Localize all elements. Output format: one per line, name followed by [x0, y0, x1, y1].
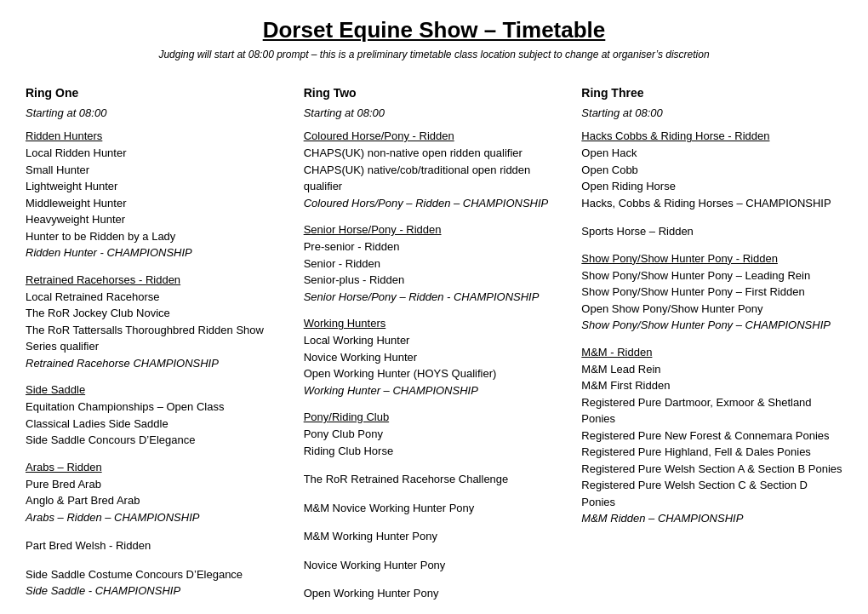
section-3-1: Hacks Cobbs & Riding Horse - RiddenOpen …: [581, 129, 842, 211]
section-1-1: Ridden HuntersLocal Ridden HunterSmall H…: [26, 129, 287, 261]
section-item-2-2-2: Senior - Ridden: [304, 255, 565, 273]
section-1-4: Arabs – RiddenPure Bred ArabAnglo & Part…: [26, 461, 287, 526]
section-item-3-3-3: Open Show Pony/Show Hunter Pony: [581, 301, 842, 318]
section-item-1-2-3: The RoR Tattersalls Thoroughbred Ridden …: [26, 322, 287, 339]
section-2-1: Coloured Horse/Pony - RiddenCHAPS(UK) no…: [304, 129, 565, 211]
section-2-2: Senior Horse/Pony - RiddenPre-senior - R…: [304, 223, 565, 305]
section-item-3-1-4: Hacks, Cobbs & Riding Horses – CHAMPIONS…: [581, 195, 842, 212]
section-2-5: The RoR Retrained Racehorse Challenge: [304, 471, 565, 488]
section-item-2-3-4: Working Hunter – CHAMPIONSHIP: [304, 382, 565, 399]
section-1-3: Side SaddleEquitation Championships – Op…: [26, 383, 287, 449]
section-item-1-6-2: Side Saddle - CHAMPIONSHIP: [26, 582, 287, 600]
section-1-6: Side Saddle Costume Concours D’EleganceS…: [26, 566, 287, 600]
section-2-7: M&M Working Hunter Pony: [304, 528, 565, 545]
section-2-3: Working HuntersLocal Working HunterNovic…: [304, 317, 565, 399]
section-header-2-1: Coloured Horse/Pony - Ridden: [304, 129, 565, 142]
section-item-1-6-1: Side Saddle Costume Concours D’Elegance: [26, 566, 287, 583]
section-header-1-1: Ridden Hunters: [26, 129, 287, 142]
section-item-3-4-1: M&M Lead Rein: [581, 361, 842, 378]
section-item-2-2-1: Pre-senior - Ridden: [304, 238, 565, 255]
page-title: Dorset Equine Show – Timetable: [26, 17, 842, 43]
section-item-1-1-1: Local Ridden Hunter: [26, 145, 287, 162]
section-3-3: Show Pony/Show Hunter Pony - RiddenShow …: [581, 252, 842, 334]
section-item-3-4-2: M&M First Ridden: [581, 377, 842, 394]
section-header-2-2: Senior Horse/Pony - Ridden: [304, 223, 565, 236]
section-item-2-3-3: Open Working Hunter (HOYS Qualifier): [304, 365, 565, 382]
section-item-2-2-4: Senior Horse/Pony – Ridden - CHAMPIONSHI…: [304, 289, 565, 306]
section-item-1-3-3: Side Saddle Concours D’Elegance: [26, 432, 287, 449]
section-item-2-8-1: Novice Working Hunter Pony: [304, 557, 565, 574]
section-2-9: Open Working Hunter Pony: [304, 585, 565, 602]
section-item-1-4-1: Pure Bred Arab: [26, 476, 287, 493]
section-item-1-1-7: Ridden Hunter - CHAMPIONSHIP: [26, 244, 287, 261]
ring-starting-time-1: Starting at 08:00: [26, 106, 287, 119]
section-1-2: Retrained Racehorses - RiddenLocal Retra…: [26, 273, 287, 372]
rings-container: Ring OneStarting at 08:00Ridden HuntersL…: [26, 86, 842, 614]
section-2-6: M&M Novice Working Hunter Pony: [304, 500, 565, 517]
section-3-2: Sports Horse – Ridden: [581, 223, 842, 240]
section-item-2-6-1: M&M Novice Working Hunter Pony: [304, 500, 565, 517]
section-item-1-3-1: Equitation Championships – Open Class: [26, 399, 287, 416]
section-item-3-3-2: Show Pony/Show Hunter Pony – First Ridde…: [581, 284, 842, 301]
section-item-1-2-1: Local Retrained Racehorse: [26, 289, 287, 306]
section-item-1-1-3: Lightweight Hunter: [26, 178, 287, 195]
page-subtitle: Judging will start at 08:00 prompt – thi…: [26, 49, 842, 60]
section-item-1-2-4: Series qualifier: [26, 338, 287, 355]
section-item-2-5-1: The RoR Retrained Racehorse Challenge: [304, 471, 565, 488]
section-item-1-2-5: Retrained Racehorse CHAMPIONSHIP: [26, 355, 287, 372]
section-item-2-7-1: M&M Working Hunter Pony: [304, 528, 565, 545]
section-item-2-3-2: Novice Working Hunter: [304, 349, 565, 366]
section-item-3-1-1: Open Hack: [581, 145, 842, 162]
ring-title-1: Ring One: [26, 86, 287, 100]
section-item-1-1-2: Small Hunter: [26, 162, 287, 179]
section-item-1-2-2: The RoR Jockey Club Novice: [26, 305, 287, 322]
ring-column-2: Ring TwoStarting at 08:00Coloured Horse/…: [295, 86, 574, 614]
section-item-3-2-1: Sports Horse – Ridden: [581, 223, 842, 240]
section-item-1-3-2: Classical Ladies Side Saddle: [26, 416, 287, 433]
ring-column-1: Ring OneStarting at 08:00Ridden HuntersL…: [26, 86, 295, 614]
section-item-2-1-2: CHAPS(UK) native/cob/traditional open ri…: [304, 162, 565, 195]
section-1-5: Part Bred Welsh - Ridden: [26, 537, 287, 554]
section-item-3-3-1: Show Pony/Show Hunter Pony – Leading Rei…: [581, 267, 842, 284]
section-header-1-2: Retrained Racehorses - Ridden: [26, 273, 287, 286]
ring-title-3: Ring Three: [581, 86, 842, 100]
section-header-2-3: Working Hunters: [304, 317, 565, 330]
section-item-1-4-3: Arabs – Ridden – CHAMPIONSHIP: [26, 509, 287, 526]
section-2-8: Novice Working Hunter Pony: [304, 557, 565, 574]
section-item-3-3-4: Show Pony/Show Hunter Pony – CHAMPIONSHI…: [581, 317, 842, 334]
ring-starting-time-2: Starting at 08:00: [304, 106, 565, 119]
section-header-3-1: Hacks Cobbs & Riding Horse - Ridden: [581, 129, 842, 142]
section-item-2-1-1: CHAPS(UK) non-native open ridden qualifi…: [304, 145, 565, 162]
section-item-3-4-5: Registered Pure Highland, Fell & Dales P…: [581, 444, 842, 461]
section-header-1-4: Arabs – Ridden: [26, 461, 287, 473]
section-item-2-4-1: Pony Club Pony: [304, 426, 565, 443]
page-header: Dorset Equine Show – Timetable Judging w…: [26, 17, 842, 60]
section-item-3-4-8: M&M Ridden – CHAMPIONSHIP: [581, 510, 842, 527]
section-3-4: M&M - RiddenM&M Lead ReinM&M First Ridde…: [581, 346, 842, 527]
page-container: Dorset Equine Show – Timetable Judging w…: [26, 17, 842, 614]
section-item-3-1-3: Open Riding Horse: [581, 178, 842, 195]
section-item-1-1-5: Heavyweight Hunter: [26, 211, 287, 228]
section-item-3-4-6: Registered Pure Welsh Section A & Sectio…: [581, 461, 842, 478]
section-item-2-3-1: Local Working Hunter: [304, 332, 565, 349]
section-item-3-4-3: Registered Pure Dartmoor, Exmoor & Shetl…: [581, 394, 842, 428]
section-item-1-4-2: Anglo & Part Bred Arab: [26, 492, 287, 509]
section-item-1-5-1: Part Bred Welsh - Ridden: [26, 537, 287, 554]
section-item-3-4-7: Registered Pure Welsh Section C & Sectio…: [581, 477, 842, 510]
ring-starting-time-3: Starting at 08:00: [581, 106, 842, 119]
section-item-2-1-3: Coloured Hors/Pony – Ridden – CHAMPIONSH…: [304, 195, 565, 212]
section-item-1-1-6: Hunter to be Ridden by a Lady: [26, 228, 287, 245]
section-item-3-4-4: Registered Pure New Forest & Connemara P…: [581, 428, 842, 445]
section-header-1-3: Side Saddle: [26, 383, 287, 396]
section-2-4: Pony/Riding ClubPony Club PonyRiding Clu…: [304, 410, 565, 459]
section-item-1-1-4: Middleweight Hunter: [26, 195, 287, 212]
ring-column-3: Ring ThreeStarting at 08:00Hacks Cobbs &…: [573, 86, 842, 614]
section-item-2-4-2: Riding Club Horse: [304, 443, 565, 460]
section-header-3-4: M&M - Ridden: [581, 346, 842, 359]
ring-title-2: Ring Two: [304, 86, 565, 100]
section-header-3-3: Show Pony/Show Hunter Pony - Ridden: [581, 252, 842, 265]
section-item-3-1-2: Open Cobb: [581, 162, 842, 179]
section-item-2-2-3: Senior-plus - Ridden: [304, 272, 565, 289]
section-header-2-4: Pony/Riding Club: [304, 410, 565, 423]
section-item-2-9-1: Open Working Hunter Pony: [304, 585, 565, 602]
